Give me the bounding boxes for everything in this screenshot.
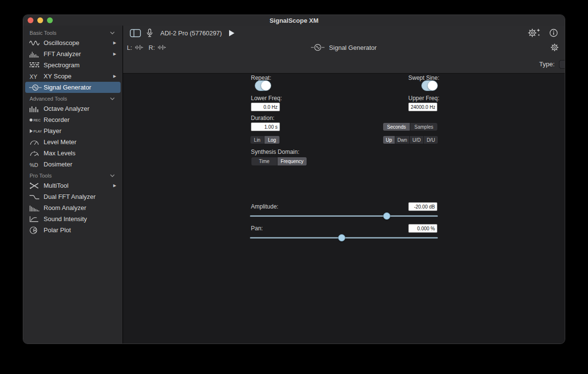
chevron-down-icon (110, 174, 115, 177)
segment-seconds[interactable]: Seconds (383, 123, 410, 131)
sidebar-item-dosimeter[interactable]: %D Dosimeter (25, 159, 121, 170)
section-label: Pro Tools (30, 173, 52, 179)
titlebar[interactable]: SignalScope XM (23, 15, 565, 26)
type-label: Type: (539, 60, 555, 68)
close-button[interactable] (28, 17, 33, 23)
sidebar-item-xy-scope[interactable]: XY XY Scope ▶ (25, 71, 121, 82)
swept-sine-toggle[interactable] (421, 80, 438, 91)
sidebar-item-label: XY Scope (44, 73, 72, 80)
right-channel-label: R: (149, 44, 155, 51)
toggle-knob (261, 81, 271, 90)
play-icon[interactable] (229, 30, 235, 37)
sidebar-item-spectrogram[interactable]: Spectrogram (25, 60, 121, 71)
minimize-button[interactable] (37, 17, 43, 23)
repeat-toggle[interactable] (255, 80, 271, 91)
svg-text:REC: REC (33, 119, 41, 122)
segment-samples[interactable]: Samples (410, 123, 437, 131)
gear-sparkle-icon[interactable] (527, 28, 541, 38)
sidebar-section-basic-tools[interactable]: Basic Tools (23, 27, 123, 37)
segment-lin[interactable]: Lin (250, 136, 264, 144)
arbitrary-waveform-icon[interactable] (559, 60, 565, 69)
signal-generator-icon (29, 84, 44, 91)
lower-freq-label: Lower Freq: (251, 95, 282, 102)
segment-frequency[interactable]: Frequency (278, 157, 307, 165)
octave-analyzer-icon (29, 105, 44, 112)
device-selector[interactable]: ADI-2 Pro (57760297) (160, 30, 222, 37)
gear-icon[interactable] (550, 43, 559, 52)
submenu-arrow-icon[interactable]: ▶ (113, 74, 116, 78)
sidebar-item-oscilloscope[interactable]: Oscilloscope ▶ (25, 37, 121, 48)
signal-generator-icon (311, 44, 325, 51)
max-levels-icon (29, 150, 44, 157)
synthesis-domain-segmented-control: Time Frequency (251, 157, 307, 166)
oscilloscope-icon (29, 40, 44, 46)
sidebar-item-recorder[interactable]: REC Recorder (25, 114, 121, 125)
segment-up[interactable]: Up (383, 136, 395, 144)
toggle-knob (428, 81, 437, 90)
panel-header: L: R: Signal Generator (123, 40, 565, 55)
pan-slider[interactable] (250, 234, 438, 241)
sidebar-section-advanced-tools[interactable]: Advanced Tools (23, 93, 123, 103)
spectrogram-icon (29, 62, 44, 69)
svg-text:PLAY: PLAY (33, 130, 42, 133)
sidebar-item-label: Player (44, 127, 62, 135)
left-level-wave-icon[interactable] (135, 45, 143, 50)
chevron-down-icon (110, 31, 115, 34)
pan-input[interactable] (408, 224, 437, 233)
xy-scope-icon: XY (29, 73, 44, 80)
fft-analyzer-icon (29, 51, 44, 58)
dosimeter-icon: %D (29, 161, 44, 168)
sidebar-item-label: Recorder (44, 116, 69, 123)
sidebar-item-label: Sound Intensity (44, 215, 87, 223)
info-icon[interactable] (549, 29, 558, 37)
sidebar-item-octave-analyzer[interactable]: Octave Analyzer (25, 103, 121, 114)
sidebar-item-sound-intensity[interactable]: Sound Intensity (25, 213, 121, 224)
submenu-arrow-icon[interactable]: ▶ (113, 41, 116, 45)
upper-freq-input[interactable] (408, 103, 437, 111)
main-panel: ADI-2 Pro (57760297) L: R: Signal Genera… (123, 26, 565, 344)
zoom-button[interactable] (47, 17, 53, 23)
sidebar-item-dual-fft-analyzer[interactable]: Dual FFT Analyzer (25, 191, 121, 202)
sidebar-item-polar-plot[interactable]: Polar Plot (25, 224, 121, 236)
recorder-icon: REC (29, 117, 44, 123)
multitool-icon (29, 182, 44, 189)
sidebar-item-max-levels[interactable]: Max Levels (25, 148, 121, 159)
right-level-wave-icon[interactable] (157, 45, 166, 50)
sidebar-item-level-meter[interactable]: Level Meter (25, 136, 121, 148)
segment-dwn[interactable]: Dwn (395, 136, 410, 144)
submenu-arrow-icon[interactable]: ▶ (113, 52, 116, 56)
segment-log[interactable]: Log (264, 136, 279, 144)
synthesis-domain-label: Synthesis Domain: (251, 149, 299, 155)
sidebar-item-label: Room Analyzer (44, 204, 86, 211)
main-toolbar: ADI-2 Pro (57760297) (123, 26, 565, 40)
duration-unit-segmented-control: Seconds Samples (383, 122, 438, 131)
sidebar-section-pro-tools[interactable]: Pro Tools (23, 170, 123, 180)
pan-slider-thumb[interactable] (338, 234, 345, 241)
segment-du[interactable]: D/U (424, 136, 438, 144)
sidebar-toggle-icon[interactable] (130, 29, 141, 37)
amplitude-slider-thumb[interactable] (383, 212, 390, 220)
duration-input[interactable] (251, 122, 280, 131)
sidebar-item-multitool[interactable]: MultiTool ▶ (25, 180, 121, 191)
lower-freq-input[interactable] (251, 103, 280, 111)
sidebar-item-label: Octave Analyzer (44, 105, 90, 112)
sidebar-item-fft-analyzer[interactable]: FFT Analyzer ▶ (25, 48, 121, 60)
sidebar-item-label: Max Levels (44, 150, 76, 157)
app-window: SignalScope XM Basic Tools Oscilloscope … (23, 15, 565, 344)
traffic-lights (28, 17, 53, 23)
level-meter-icon (29, 139, 44, 146)
microphone-icon[interactable] (147, 29, 153, 37)
sidebar-item-room-analyzer[interactable]: Room Analyzer (25, 202, 121, 213)
sidebar-item-signal-generator[interactable]: Signal Generator (25, 82, 121, 93)
segment-ud[interactable]: U/D (410, 136, 424, 144)
panel-title-group: Signal Generator (123, 44, 565, 51)
slider-track[interactable] (250, 215, 438, 217)
segment-time[interactable]: Time (251, 157, 278, 165)
sweep-direction-segmented-control: Up Dwn U/D D/U (383, 135, 438, 144)
amplitude-slider[interactable] (250, 212, 438, 220)
sidebar-item-player[interactable]: PLAY Player (25, 125, 121, 136)
sidebar-item-label: MultiTool (44, 182, 68, 189)
amplitude-input[interactable] (408, 202, 437, 211)
submenu-arrow-icon[interactable]: ▶ (113, 183, 116, 188)
svg-text:XY: XY (30, 74, 37, 80)
